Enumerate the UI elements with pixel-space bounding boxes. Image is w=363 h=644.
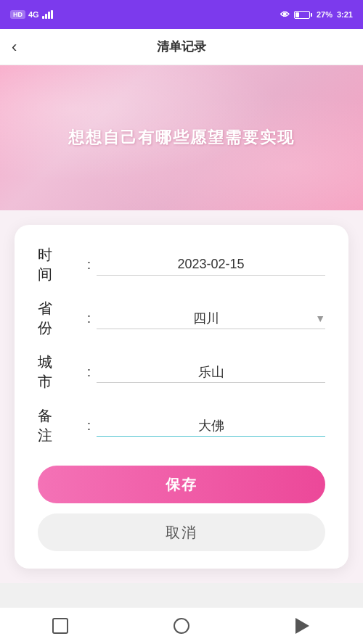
- note-input[interactable]: [97, 415, 325, 437]
- cancel-button[interactable]: 取消: [38, 513, 325, 551]
- home-square-icon[interactable]: [50, 616, 70, 636]
- time-label: 时 间: [38, 245, 87, 284]
- circle-icon[interactable]: [171, 616, 192, 636]
- province-select[interactable]: 四川 北京 上海 广东: [97, 308, 315, 329]
- city-row: 城 市 :: [38, 352, 325, 392]
- main-area: 时 间 : 省 份 : 四川 北京 上海 广东 ▼ 城 市 :: [0, 210, 363, 583]
- time-row: 时 间 :: [38, 245, 325, 284]
- back-button[interactable]: ‹: [12, 38, 17, 57]
- status-bar: HD 4G 👁 27% 3:21: [0, 0, 363, 29]
- city-label: 城 市: [38, 352, 87, 392]
- time-colon: :: [87, 257, 91, 273]
- time-display: 3:21: [337, 10, 353, 19]
- time-input[interactable]: [97, 254, 325, 276]
- page-title: 清单记录: [157, 38, 206, 55]
- province-select-wrapper: 四川 北京 上海 广东 ▼: [97, 308, 325, 329]
- province-label: 省 份: [38, 299, 87, 338]
- banner-text: 想想自己有哪些愿望需要实现: [68, 127, 295, 149]
- status-bar-left: HD 4G: [10, 10, 53, 19]
- header: ‹ 清单记录: [0, 29, 363, 65]
- city-colon: :: [87, 365, 91, 380]
- note-label: 备 注: [38, 406, 87, 445]
- form-card: 时 间 : 省 份 : 四川 北京 上海 广东 ▼ 城 市 :: [15, 225, 348, 569]
- bottom-nav: [0, 608, 363, 644]
- province-colon: :: [87, 311, 91, 326]
- city-input[interactable]: [97, 361, 325, 383]
- banner: 想想自己有哪些愿望需要实现: [0, 65, 363, 210]
- chevron-down-icon: ▼: [315, 313, 325, 324]
- battery-icon: [294, 11, 312, 19]
- save-button[interactable]: 保存: [38, 466, 325, 503]
- status-bar-right: 👁 27% 3:21: [280, 9, 353, 20]
- back-triangle-icon[interactable]: [293, 616, 313, 636]
- battery-percent: 27%: [317, 10, 333, 19]
- signal-label: 4G: [28, 10, 39, 19]
- signal-icon: [42, 10, 53, 19]
- note-row: 备 注 :: [38, 406, 325, 445]
- eye-icon: 👁: [280, 9, 290, 20]
- note-colon: :: [87, 418, 91, 434]
- hd-badge: HD: [10, 10, 25, 19]
- province-row: 省 份 : 四川 北京 上海 广东 ▼: [38, 299, 325, 338]
